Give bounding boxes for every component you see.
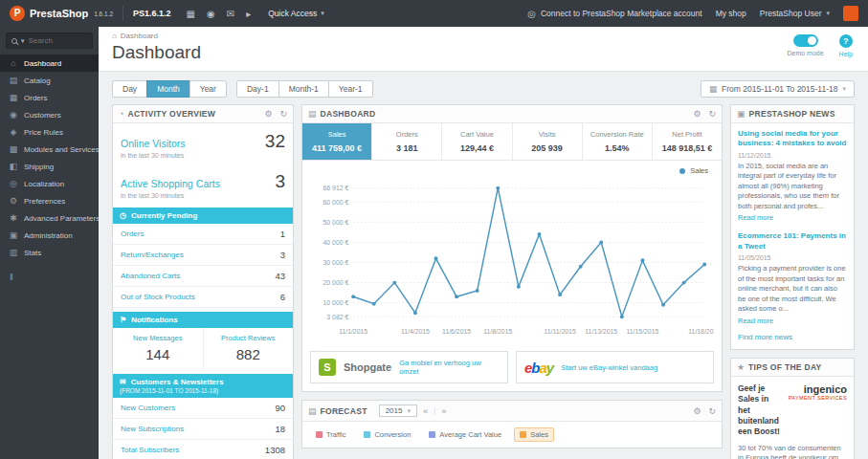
divider: | bbox=[434, 406, 435, 415]
marketplace-label: Connect to PrestaShop Marketplace accoun… bbox=[541, 9, 702, 18]
sidebar-item-preferences[interactable]: ⚙ Preferences bbox=[0, 192, 99, 209]
sidebar-item-label: Localization bbox=[24, 180, 64, 188]
filter-year-1-button[interactable]: Year-1 bbox=[328, 80, 373, 98]
kpi-orders[interactable]: Orders 3 181 bbox=[372, 123, 442, 160]
date-range-picker[interactable]: ▦ From 2015-11-01 To 2015-11-18 ▾ bbox=[701, 80, 855, 98]
kpi-conversion-rate[interactable]: Conversion Rate 1.54% bbox=[583, 123, 653, 160]
demo-mode-toggle[interactable] bbox=[793, 34, 818, 47]
user-menu[interactable]: PrestaShop User ▾ bbox=[760, 9, 830, 18]
kpi-cart-value-label: Cart Value bbox=[445, 130, 508, 139]
marketplace-link[interactable]: ◎ Connect to PrestaShop Marketplace acco… bbox=[527, 9, 701, 19]
tips-headline-row: Geef je Sales in het buitenland een Boos… bbox=[731, 377, 854, 442]
shopgate-promo[interactable]: S Shopgate Ga mobiel en verhoog uw omzet bbox=[310, 351, 508, 383]
sidebar-item-label: Shipping bbox=[24, 163, 54, 171]
abandoned-carts-link[interactable]: Abandoned Carts bbox=[121, 272, 180, 280]
read-more-link[interactable]: Read more bbox=[738, 213, 847, 222]
find-more-news-link[interactable]: Find more news bbox=[731, 329, 854, 349]
refresh-icon[interactable]: ↻ bbox=[708, 406, 716, 416]
active-carts-link[interactable]: Active Shopping Carts bbox=[121, 178, 220, 189]
my-shop-link[interactable]: My shop bbox=[716, 9, 746, 18]
chevron-down-icon[interactable]: ▾ bbox=[21, 37, 25, 45]
sidebar-item-customers[interactable]: ◉ Customers bbox=[0, 106, 99, 123]
total-subscribers-link[interactable]: Total Subscribers bbox=[121, 446, 179, 454]
search-input[interactable] bbox=[29, 36, 87, 45]
orders-link[interactable]: Orders bbox=[121, 230, 144, 238]
forecast-legend-sales[interactable]: Sales bbox=[514, 427, 554, 442]
sidebar-item-stats[interactable]: ▥ Stats bbox=[0, 244, 99, 261]
sidebar-search[interactable]: ▾ bbox=[6, 33, 93, 49]
gear-icon[interactable]: ⚙ bbox=[693, 109, 701, 119]
news-article-title-link[interactable]: Ecommerce 101: Payments in a Tweet bbox=[738, 231, 847, 251]
sales-label: Sales bbox=[530, 430, 548, 439]
range-prev-buttons: Day-1 Month-1 Year-1 bbox=[236, 80, 373, 98]
gear-icon[interactable]: ⚙ bbox=[693, 406, 701, 416]
forecast-legend-average-cart-value[interactable]: Average Cart Value bbox=[423, 427, 507, 442]
forecast-next-button[interactable]: » bbox=[439, 405, 448, 416]
new-messages-count: 144 bbox=[117, 346, 199, 362]
read-more-link[interactable]: Read more bbox=[738, 317, 847, 325]
kpi-visits[interactable]: Visits 205 939 bbox=[513, 123, 583, 160]
news-article-date: 11/05/2015 bbox=[738, 254, 847, 261]
calendar-icon: ▦ bbox=[709, 84, 717, 94]
shopgate-link[interactable]: Ga mobiel en verhoog uw omzet bbox=[399, 359, 500, 376]
news-article-title-link[interactable]: Using social media for your business: 4 … bbox=[738, 129, 847, 149]
header-controls: Demo mode ? Help bbox=[787, 34, 853, 57]
new-messages-cell[interactable]: New Messages 144 bbox=[113, 328, 204, 370]
forecast-legend-traffic[interactable]: Traffic bbox=[310, 427, 351, 442]
sidebar-item-modules[interactable]: ▩ Modules and Services bbox=[0, 141, 99, 158]
cart-icon[interactable]: ▦ bbox=[187, 9, 195, 19]
customers-icon[interactable]: ◉ bbox=[207, 9, 215, 19]
shop-name[interactable]: PS1.6.1.2 bbox=[133, 9, 171, 18]
sidebar-item-label: Price Rules bbox=[24, 128, 63, 137]
sidebar-item-advanced-parameters[interactable]: ✱ Advanced Parameters bbox=[0, 209, 99, 227]
filter-day-button[interactable]: Day bbox=[112, 80, 147, 98]
svg-text:20 000 €: 20 000 € bbox=[323, 279, 349, 286]
activity-panel-header: ◔ ACTIVITY OVERVIEW ⚙ ↻ bbox=[113, 105, 293, 123]
forecast-legend-conversion[interactable]: Conversion bbox=[358, 427, 416, 442]
sidebar-item-catalog[interactable]: ▤ Catalog bbox=[0, 72, 99, 89]
news-panel-title: PRESTASHOP NEWS bbox=[749, 109, 835, 119]
sidebar-item-orders[interactable]: ▦ Orders bbox=[0, 89, 99, 106]
forecast-prev-button[interactable]: « bbox=[421, 405, 430, 416]
sidebar-item-localization[interactable]: ◎ Localization bbox=[0, 175, 99, 192]
ebay-link[interactable]: Start uw eBay-winkel vandaag bbox=[561, 363, 657, 372]
refresh-icon[interactable]: ↻ bbox=[708, 109, 716, 119]
pending-row-orders: Orders 1 bbox=[113, 224, 293, 245]
forecast-year-select[interactable]: 2015 ▾ bbox=[379, 404, 417, 417]
quick-access-menu[interactable]: Quick Access ▾ bbox=[268, 9, 324, 18]
breadcrumb[interactable]: ⌂ Dashboard bbox=[112, 32, 855, 40]
sidebar-item-shipping[interactable]: ◧ Shipping bbox=[0, 158, 99, 175]
help-icon[interactable]: ? bbox=[839, 34, 853, 48]
avatar[interactable] bbox=[843, 6, 858, 21]
prestashop-logo[interactable]: P PrestaShop 1.6.1.2 bbox=[10, 6, 113, 21]
kpi-cart-value[interactable]: Cart Value 129,44 € bbox=[442, 123, 512, 160]
online-visitors-link[interactable]: Online Visitors bbox=[121, 138, 186, 149]
new-subscriptions-link[interactable]: New Subscriptions bbox=[121, 425, 184, 433]
sidebar-item-dashboard[interactable]: ⌂ Dashboard bbox=[0, 55, 99, 72]
rocket-icon[interactable]: ▸ bbox=[246, 9, 251, 19]
ebay-promo[interactable]: ebay Start uw eBay-winkel vandaag bbox=[516, 351, 714, 383]
toggle-knob bbox=[808, 36, 816, 45]
quick-access-label: Quick Access bbox=[268, 9, 317, 18]
filter-month-button[interactable]: Month bbox=[146, 80, 190, 98]
kpi-net-profit[interactable]: Net Profit 148 918,51 € bbox=[653, 123, 722, 160]
out-of-stock-link[interactable]: Out of Stock Products bbox=[121, 293, 195, 301]
returns-link[interactable]: Return/Exchanges bbox=[121, 251, 184, 259]
gear-icon[interactable]: ⚙ bbox=[264, 109, 272, 119]
kpi-sales[interactable]: Sales 411 759,00 € bbox=[302, 123, 372, 160]
new-customers-link[interactable]: New Customers bbox=[121, 404, 175, 412]
pending-row-out-of-stock: Out of Stock Products 6 bbox=[113, 287, 293, 308]
online-visitors-note: in the last 30 minutes bbox=[113, 152, 293, 164]
sidebar-item-administration[interactable]: ▣ Administration bbox=[0, 227, 99, 244]
messages-icon[interactable]: ✉ bbox=[227, 9, 234, 19]
product-reviews-cell[interactable]: Product Reviews 882 bbox=[204, 328, 294, 370]
person-icon: ◉ bbox=[9, 110, 18, 120]
sidebar-item-price-rules[interactable]: ◈ Price Rules bbox=[0, 123, 99, 141]
sales-line-chart[interactable]: 66 912 €60 000 €50 000 €40 000 €30 000 €… bbox=[310, 175, 714, 343]
refresh-icon[interactable]: ↻ bbox=[279, 109, 287, 119]
filter-month-1-button[interactable]: Month-1 bbox=[278, 80, 329, 98]
sidebar-collapse-button[interactable]: ‖ bbox=[10, 273, 89, 282]
filter-year-button[interactable]: Year bbox=[189, 80, 227, 98]
filter-day-1-button[interactable]: Day-1 bbox=[236, 80, 279, 98]
brand-version: 1.6.1.2 bbox=[94, 11, 113, 17]
